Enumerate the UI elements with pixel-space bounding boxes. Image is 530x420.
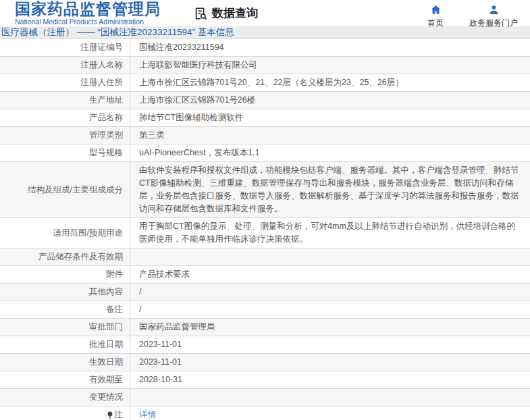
row-value: / <box>130 301 530 318</box>
row-label: 结构及组成/主要组成成分 <box>0 162 130 217</box>
data-query-label: 数据查询 <box>212 5 258 21</box>
row-value: 肺结节CT图像辅助检测软件 <box>130 109 530 126</box>
table-row: 产品储存条件及有效期 <box>0 248 530 266</box>
table-row: 批准日期2023-11-01 <box>0 336 530 354</box>
table-row: 变更情况 <box>0 389 530 406</box>
row-label: 适用范围/预期用途 <box>0 218 130 248</box>
row-value: 详情 <box>130 406 530 420</box>
table-row-note: 注 详情 <box>0 406 530 420</box>
row-label: 注册证编号 <box>0 39 130 56</box>
breadcrumb-text: 医疗器械（注册） —— “国械注准20233211594” 基本信息 <box>1 26 234 38</box>
row-label: 管理类别 <box>0 127 130 144</box>
table-row: 生效日期2023-11-01 <box>0 354 530 371</box>
table-row: 附件产品技术要求 <box>0 266 530 284</box>
row-value: 国械注准20233211594 <box>130 39 530 56</box>
row-label: 生产地址 <box>0 92 130 109</box>
row-value: 2028-10-31 <box>130 371 530 388</box>
row-value: 第三类 <box>130 127 530 144</box>
row-value: 上海联影智能医疗科技有限公司 <box>130 57 530 74</box>
row-label: 产品名称 <box>0 109 130 126</box>
table-row: 注册证编号国械注准20233211594 <box>0 39 530 57</box>
nav-item-portal[interactable]: 政务服务门户 <box>469 4 518 29</box>
header: 国家药品监督管理局 National Medical Products Admi… <box>0 0 530 26</box>
row-label: 批准日期 <box>0 336 130 353</box>
row-value: 用于胸部CT图像的显示、处理、测量和分析，可对4mm及以上肺结节进行自动识别，供… <box>130 218 530 248</box>
table-row: 管理类别第三类 <box>0 127 530 145</box>
row-value: / <box>130 284 530 300</box>
logo-title: 国家药品监督管理局 <box>15 0 161 18</box>
row-value: 上海市徐汇区云锦路701号20、21、22层（名义楼层为23、25、26层） <box>130 74 530 91</box>
table-row: 生产地址上海市徐汇区云锦路701号26楼 <box>0 92 530 109</box>
table-row: 备注/ <box>0 301 530 319</box>
table-row: 审批部门国家药品监督管理局 <box>0 319 530 336</box>
row-value <box>130 248 530 265</box>
row-label: 注册人名称 <box>0 57 130 74</box>
table-row: 型号规格uAI-PioneerChest，发布版本1.1 <box>0 145 530 162</box>
data-query-section[interactable]: 数据查询 <box>193 5 258 21</box>
header-nav: 首页 政务服务门户 <box>427 4 518 29</box>
document-search-icon <box>193 6 208 21</box>
row-value: uAI-PioneerChest，发布版本1.1 <box>130 145 530 161</box>
nmpa-logo[interactable]: 国家药品监督管理局 National Medical Products Admi… <box>15 0 161 26</box>
note-pin-icon <box>107 411 113 419</box>
row-label: 其他内容 <box>0 284 130 300</box>
row-value: 上海市徐汇区云锦路701号26楼 <box>130 92 530 109</box>
row-label: 生效日期 <box>0 354 130 371</box>
table-row: 注册人名称上海联影智能医疗科技有限公司 <box>0 57 530 74</box>
table-row: 适用范围/预期用途用于胸部CT图像的显示、处理、测量和分析，可对4mm及以上肺结… <box>0 218 530 248</box>
table-row: 产品名称肺结节CT图像辅助检测软件 <box>0 109 530 127</box>
row-value <box>130 389 530 406</box>
nav-portal-label: 政务服务门户 <box>469 18 518 29</box>
user-icon <box>488 4 500 16</box>
table-row: 其他内容/ <box>0 284 530 301</box>
home-icon <box>430 4 442 16</box>
table-row: 有效期至2028-10-31 <box>0 371 530 389</box>
row-label: 审批部门 <box>0 319 130 336</box>
row-value: 由软件安装程序和授权文件组成，功能模块包括客户端、服务器端。其中，客户端含登录管… <box>130 162 530 217</box>
table-row: 结构及组成/主要组成成分由软件安装程序和授权文件组成，功能模块包括客户端、服务器… <box>0 162 530 218</box>
row-label: 有效期至 <box>0 371 130 388</box>
row-label: 注册人住所 <box>0 74 130 91</box>
row-label: 注 <box>0 406 130 420</box>
row-value: 国家药品监督管理局 <box>130 319 530 336</box>
page: 国家药品监督管理局 National Medical Products Admi… <box>0 0 530 420</box>
row-value: 产品技术要求 <box>130 266 530 283</box>
row-value: 2023-11-01 <box>130 354 530 371</box>
nav-home-label: 首页 <box>427 18 444 29</box>
row-label: 变更情况 <box>0 389 130 406</box>
row-value: 2023-11-01 <box>130 336 530 353</box>
details-link[interactable]: 详情 <box>139 409 156 420</box>
row-label: 型号规格 <box>0 145 130 161</box>
row-label: 备注 <box>0 301 130 318</box>
registration-info-table: 注册证编号国械注准20233211594 注册人名称上海联影智能医疗科技有限公司… <box>0 38 530 420</box>
row-label: 产品储存条件及有效期 <box>0 248 130 265</box>
row-label: 附件 <box>0 266 130 283</box>
table-row: 注册人住所上海市徐汇区云锦路701号20、21、22层（名义楼层为23、25、2… <box>0 74 530 92</box>
logo-subtitle: National Medical Products Administration <box>15 18 161 26</box>
nav-item-home[interactable]: 首页 <box>427 4 444 29</box>
